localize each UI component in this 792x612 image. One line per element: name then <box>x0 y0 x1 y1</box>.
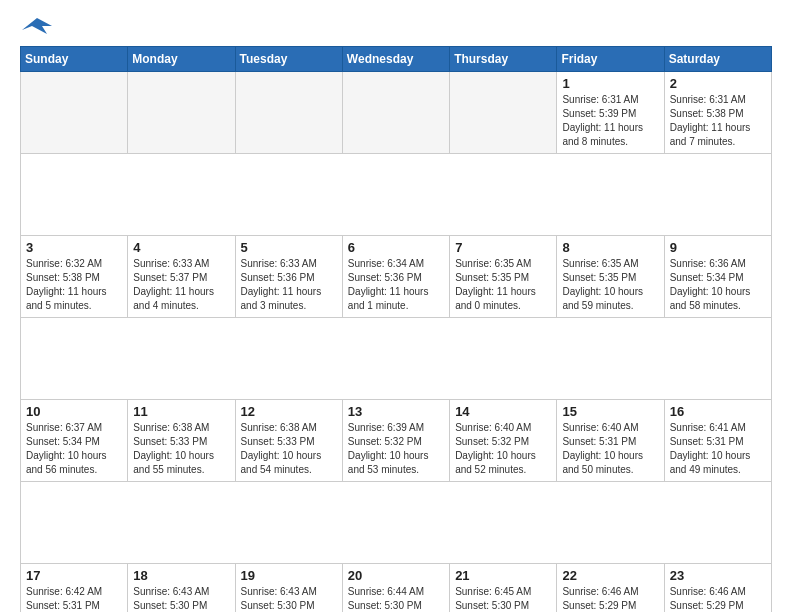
day-number: 2 <box>670 76 766 91</box>
day-header-thursday: Thursday <box>450 47 557 72</box>
calendar-cell <box>21 72 128 154</box>
calendar-cell: 8Sunrise: 6:35 AM Sunset: 5:35 PM Daylig… <box>557 236 664 318</box>
cell-info: Sunrise: 6:31 AM Sunset: 5:38 PM Dayligh… <box>670 93 766 149</box>
calendar-cell: 6Sunrise: 6:34 AM Sunset: 5:36 PM Daylig… <box>342 236 449 318</box>
cell-info: Sunrise: 6:46 AM Sunset: 5:29 PM Dayligh… <box>562 585 658 612</box>
day-header-saturday: Saturday <box>664 47 771 72</box>
calendar-cell <box>128 72 235 154</box>
calendar-cell <box>450 72 557 154</box>
day-header-tuesday: Tuesday <box>235 47 342 72</box>
day-number: 4 <box>133 240 229 255</box>
week-row-2: 3Sunrise: 6:32 AM Sunset: 5:38 PM Daylig… <box>21 236 772 318</box>
divider-cell <box>21 154 772 236</box>
cell-info: Sunrise: 6:38 AM Sunset: 5:33 PM Dayligh… <box>133 421 229 477</box>
cell-info: Sunrise: 6:40 AM Sunset: 5:32 PM Dayligh… <box>455 421 551 477</box>
calendar-cell <box>235 72 342 154</box>
day-number: 6 <box>348 240 444 255</box>
calendar-cell: 20Sunrise: 6:44 AM Sunset: 5:30 PM Dayli… <box>342 564 449 613</box>
calendar-cell: 11Sunrise: 6:38 AM Sunset: 5:33 PM Dayli… <box>128 400 235 482</box>
cell-info: Sunrise: 6:32 AM Sunset: 5:38 PM Dayligh… <box>26 257 122 313</box>
svg-marker-0 <box>22 18 52 34</box>
day-number: 20 <box>348 568 444 583</box>
day-number: 16 <box>670 404 766 419</box>
cell-info: Sunrise: 6:44 AM Sunset: 5:30 PM Dayligh… <box>348 585 444 612</box>
calendar-cell: 18Sunrise: 6:43 AM Sunset: 5:30 PM Dayli… <box>128 564 235 613</box>
cell-info: Sunrise: 6:43 AM Sunset: 5:30 PM Dayligh… <box>241 585 337 612</box>
divider-cell <box>21 482 772 564</box>
calendar-cell: 14Sunrise: 6:40 AM Sunset: 5:32 PM Dayli… <box>450 400 557 482</box>
cell-info: Sunrise: 6:34 AM Sunset: 5:36 PM Dayligh… <box>348 257 444 313</box>
day-number: 22 <box>562 568 658 583</box>
day-number: 9 <box>670 240 766 255</box>
calendar-table: SundayMondayTuesdayWednesdayThursdayFrid… <box>20 46 772 612</box>
cell-info: Sunrise: 6:36 AM Sunset: 5:34 PM Dayligh… <box>670 257 766 313</box>
day-number: 13 <box>348 404 444 419</box>
day-header-wednesday: Wednesday <box>342 47 449 72</box>
day-number: 11 <box>133 404 229 419</box>
calendar-cell: 1Sunrise: 6:31 AM Sunset: 5:39 PM Daylig… <box>557 72 664 154</box>
day-number: 21 <box>455 568 551 583</box>
header-row <box>20 16 772 36</box>
day-number: 1 <box>562 76 658 91</box>
day-number: 18 <box>133 568 229 583</box>
row-divider <box>21 318 772 400</box>
day-number: 17 <box>26 568 122 583</box>
calendar-cell: 7Sunrise: 6:35 AM Sunset: 5:35 PM Daylig… <box>450 236 557 318</box>
calendar-cell: 9Sunrise: 6:36 AM Sunset: 5:34 PM Daylig… <box>664 236 771 318</box>
calendar-cell: 5Sunrise: 6:33 AM Sunset: 5:36 PM Daylig… <box>235 236 342 318</box>
week-row-1: 1Sunrise: 6:31 AM Sunset: 5:39 PM Daylig… <box>21 72 772 154</box>
cell-info: Sunrise: 6:46 AM Sunset: 5:29 PM Dayligh… <box>670 585 766 612</box>
row-divider <box>21 154 772 236</box>
day-number: 19 <box>241 568 337 583</box>
row-divider <box>21 482 772 564</box>
cell-info: Sunrise: 6:41 AM Sunset: 5:31 PM Dayligh… <box>670 421 766 477</box>
day-number: 10 <box>26 404 122 419</box>
calendar-cell: 12Sunrise: 6:38 AM Sunset: 5:33 PM Dayli… <box>235 400 342 482</box>
calendar-cell <box>342 72 449 154</box>
calendar-cell: 22Sunrise: 6:46 AM Sunset: 5:29 PM Dayli… <box>557 564 664 613</box>
day-header-sunday: Sunday <box>21 47 128 72</box>
cell-info: Sunrise: 6:40 AM Sunset: 5:31 PM Dayligh… <box>562 421 658 477</box>
day-number: 3 <box>26 240 122 255</box>
cell-info: Sunrise: 6:33 AM Sunset: 5:37 PM Dayligh… <box>133 257 229 313</box>
calendar-header-row: SundayMondayTuesdayWednesdayThursdayFrid… <box>21 47 772 72</box>
calendar-cell: 15Sunrise: 6:40 AM Sunset: 5:31 PM Dayli… <box>557 400 664 482</box>
week-row-4: 17Sunrise: 6:42 AM Sunset: 5:31 PM Dayli… <box>21 564 772 613</box>
calendar-cell: 2Sunrise: 6:31 AM Sunset: 5:38 PM Daylig… <box>664 72 771 154</box>
day-number: 14 <box>455 404 551 419</box>
day-number: 23 <box>670 568 766 583</box>
divider-cell <box>21 318 772 400</box>
day-header-monday: Monday <box>128 47 235 72</box>
calendar-cell: 23Sunrise: 6:46 AM Sunset: 5:29 PM Dayli… <box>664 564 771 613</box>
logo-text <box>20 16 52 36</box>
logo <box>20 16 52 36</box>
calendar-cell: 4Sunrise: 6:33 AM Sunset: 5:37 PM Daylig… <box>128 236 235 318</box>
calendar-cell: 16Sunrise: 6:41 AM Sunset: 5:31 PM Dayli… <box>664 400 771 482</box>
calendar-cell: 21Sunrise: 6:45 AM Sunset: 5:30 PM Dayli… <box>450 564 557 613</box>
day-number: 12 <box>241 404 337 419</box>
day-number: 8 <box>562 240 658 255</box>
day-header-friday: Friday <box>557 47 664 72</box>
cell-info: Sunrise: 6:45 AM Sunset: 5:30 PM Dayligh… <box>455 585 551 612</box>
cell-info: Sunrise: 6:37 AM Sunset: 5:34 PM Dayligh… <box>26 421 122 477</box>
calendar-cell: 17Sunrise: 6:42 AM Sunset: 5:31 PM Dayli… <box>21 564 128 613</box>
day-number: 15 <box>562 404 658 419</box>
cell-info: Sunrise: 6:33 AM Sunset: 5:36 PM Dayligh… <box>241 257 337 313</box>
cell-info: Sunrise: 6:39 AM Sunset: 5:32 PM Dayligh… <box>348 421 444 477</box>
logo-bird-icon <box>22 16 52 36</box>
day-number: 5 <box>241 240 337 255</box>
calendar-cell: 19Sunrise: 6:43 AM Sunset: 5:30 PM Dayli… <box>235 564 342 613</box>
calendar-cell: 3Sunrise: 6:32 AM Sunset: 5:38 PM Daylig… <box>21 236 128 318</box>
day-number: 7 <box>455 240 551 255</box>
cell-info: Sunrise: 6:35 AM Sunset: 5:35 PM Dayligh… <box>562 257 658 313</box>
page: SundayMondayTuesdayWednesdayThursdayFrid… <box>0 0 792 612</box>
calendar-cell: 10Sunrise: 6:37 AM Sunset: 5:34 PM Dayli… <box>21 400 128 482</box>
cell-info: Sunrise: 6:35 AM Sunset: 5:35 PM Dayligh… <box>455 257 551 313</box>
cell-info: Sunrise: 6:42 AM Sunset: 5:31 PM Dayligh… <box>26 585 122 612</box>
week-row-3: 10Sunrise: 6:37 AM Sunset: 5:34 PM Dayli… <box>21 400 772 482</box>
cell-info: Sunrise: 6:38 AM Sunset: 5:33 PM Dayligh… <box>241 421 337 477</box>
calendar-cell: 13Sunrise: 6:39 AM Sunset: 5:32 PM Dayli… <box>342 400 449 482</box>
cell-info: Sunrise: 6:31 AM Sunset: 5:39 PM Dayligh… <box>562 93 658 149</box>
cell-info: Sunrise: 6:43 AM Sunset: 5:30 PM Dayligh… <box>133 585 229 612</box>
